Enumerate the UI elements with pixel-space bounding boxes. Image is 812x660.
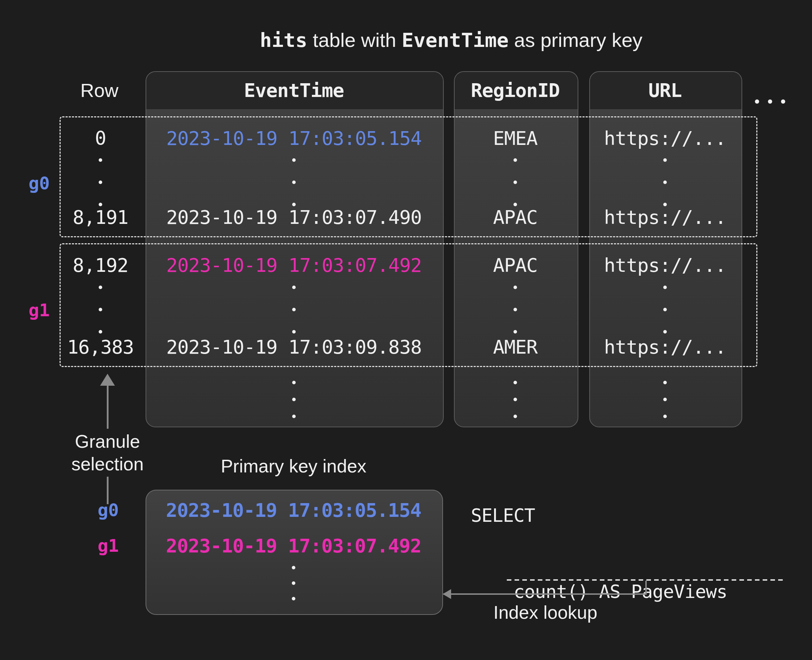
cell-url-last-g1: https://... xyxy=(604,336,727,358)
cell-region-last-g1: AMER xyxy=(493,336,537,358)
vertical-dots xyxy=(513,158,517,206)
title-eventtime-code: EventTime xyxy=(402,29,508,51)
index-entry-g1-label: g1 xyxy=(98,536,119,556)
granule-g1-label: g1 xyxy=(28,300,50,320)
index-lookup-connector-vertical xyxy=(645,581,647,595)
title-text-1: table with xyxy=(307,29,402,51)
vertical-dots xyxy=(292,286,296,333)
vertical-dots xyxy=(513,286,517,333)
cell-region-first-g0: EMEA xyxy=(493,127,537,149)
column-header-regionid-label: RegionID xyxy=(471,79,560,102)
index-entry-g1-value: 2023-10-19 17:03:07.492 xyxy=(166,535,421,557)
index-lookup-connector-horizontal xyxy=(443,593,647,595)
cell-row-last-g0: 8,191 xyxy=(73,206,128,228)
granule-selection-label-line2: selection xyxy=(71,454,143,474)
cell-url-first-g0: https://... xyxy=(604,127,727,149)
sql-line-select: SELECT xyxy=(471,503,759,528)
granule-selection-label-line1: Granule xyxy=(75,431,140,452)
column-header-url-label: URL xyxy=(649,79,682,102)
primary-key-index-title: Primary key index xyxy=(221,455,366,477)
diagram-title: hits table with EventTime as primary key xyxy=(260,29,643,51)
vertical-dots xyxy=(292,381,296,418)
vertical-dots xyxy=(292,566,295,600)
cell-url-first-g1: https://... xyxy=(604,254,727,276)
vertical-dots xyxy=(663,286,667,333)
title-text-2: as primary key xyxy=(508,29,643,51)
vertical-dots xyxy=(99,158,102,206)
column-header-eventtime-label: EventTime xyxy=(244,79,344,102)
vertical-dots xyxy=(663,158,667,206)
cell-eventtime-last-g0: 2023-10-19 17:03:07.490 xyxy=(166,206,422,228)
arrow-left-icon xyxy=(443,589,451,599)
sql-query: SELECT count() AS PageViews FROM hits WH… xyxy=(471,452,759,660)
vertical-dots xyxy=(663,381,667,418)
vertical-dots xyxy=(513,381,517,418)
index-entry-g0-value: 2023-10-19 17:03:05.154 xyxy=(166,499,421,522)
title-hits-code: hits xyxy=(260,29,307,51)
vertical-dots xyxy=(292,158,296,206)
cell-eventtime-first-g1: 2023-10-19 17:03:07.492 xyxy=(166,254,422,276)
cell-row-first-g0: 0 xyxy=(95,127,106,149)
sql-line-count: count() AS PageViews xyxy=(471,579,759,604)
vertical-dots xyxy=(99,286,102,333)
arrow-up-shaft xyxy=(107,384,109,429)
granule-g0-label: g0 xyxy=(28,173,50,194)
arrow-up-icon xyxy=(100,374,115,386)
row-column-header: Row xyxy=(80,79,119,101)
index-entry-g0-label: g0 xyxy=(98,500,119,520)
cell-region-last-g0: APAC xyxy=(493,206,537,228)
cell-row-last-g1: 16,383 xyxy=(67,336,134,358)
cell-eventtime-last-g1: 2023-10-19 17:03:09.838 xyxy=(166,336,422,358)
cell-url-last-g0: https://... xyxy=(604,206,727,228)
sql-line-from: FROM hits xyxy=(471,655,759,660)
cell-region-first-g1: APAC xyxy=(493,254,537,276)
clickhouse-primary-index-diagram: hits table with EventTime as primary key… xyxy=(0,0,812,660)
cell-row-first-g1: 8,192 xyxy=(73,254,128,276)
index-lookup-label: Index lookup xyxy=(494,602,597,623)
more-columns-ellipsis-icon xyxy=(755,100,785,104)
cell-eventtime-first-g0: 2023-10-19 17:03:05.154 xyxy=(166,127,422,149)
